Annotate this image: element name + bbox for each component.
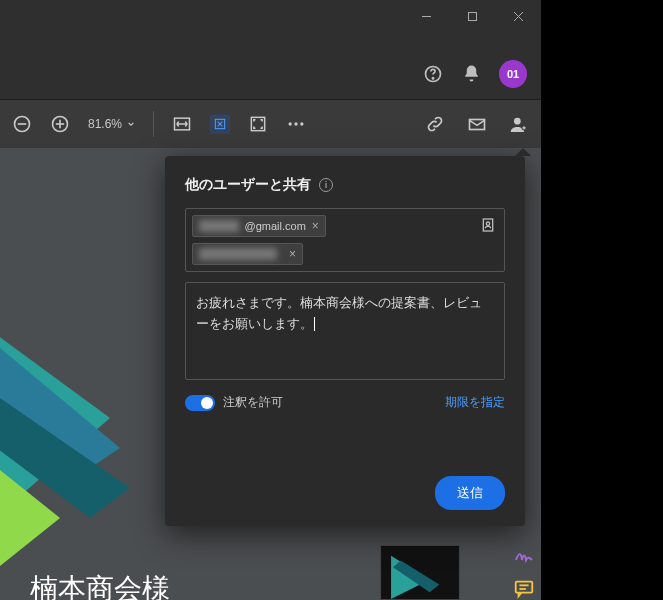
add-person-icon[interactable] <box>509 114 529 134</box>
svg-point-15 <box>294 122 297 125</box>
chevron-down-icon <box>127 120 135 128</box>
window-controls <box>403 0 541 32</box>
svg-rect-29 <box>516 582 533 593</box>
zoom-in-icon[interactable] <box>50 114 70 134</box>
recipients-field[interactable]: xxxxx @gmail.com × xxxxxxxxxxxx × <box>185 208 505 272</box>
allow-comments-toggle-wrap: 注釈を許可 <box>185 394 283 411</box>
set-deadline-link[interactable]: 期限を指定 <box>445 394 505 411</box>
toolbar: 81.6% <box>0 100 541 148</box>
fit-page-icon[interactable] <box>210 114 230 134</box>
titlebar <box>0 0 541 48</box>
signature-icon[interactable] <box>510 540 538 568</box>
comment-icon[interactable] <box>510 575 538 600</box>
zoom-level-value: 81.6% <box>88 117 122 131</box>
app-window: 01 81.6% <box>0 0 541 600</box>
message-text: お疲れさまです。楠本商会様への提案書、レビューをお願いします。 <box>196 295 482 331</box>
address-book-icon[interactable] <box>478 215 498 235</box>
fit-width-icon[interactable] <box>172 114 192 134</box>
text-cursor <box>314 317 315 331</box>
app-header: 01 <box>0 48 541 100</box>
bell-icon[interactable] <box>461 64 481 84</box>
recipient-redacted: xxxxxxxxxxxx <box>199 248 277 260</box>
close-button[interactable] <box>495 0 541 32</box>
popover-arrow <box>515 148 531 156</box>
help-icon[interactable] <box>423 64 443 84</box>
minimize-button[interactable] <box>403 0 449 32</box>
info-icon[interactable]: i <box>319 178 333 192</box>
recipient-suffix: @gmail.com <box>245 220 306 232</box>
document-heading: 楠本商会様 <box>30 570 170 600</box>
allow-comments-label: 注釈を許可 <box>223 394 283 411</box>
allow-comments-toggle[interactable] <box>185 395 215 411</box>
svg-point-14 <box>289 122 292 125</box>
message-textarea[interactable]: お疲れさまです。楠本商会様への提案書、レビューをお願いします。 <box>185 282 505 380</box>
send-button[interactable]: 送信 <box>435 476 505 510</box>
svg-point-18 <box>514 117 521 124</box>
svg-point-16 <box>300 122 303 125</box>
svg-rect-1 <box>468 12 476 20</box>
fullscreen-icon[interactable] <box>248 114 268 134</box>
recipient-chip[interactable]: xxxxx @gmail.com × <box>192 215 326 237</box>
svg-point-25 <box>486 222 489 225</box>
share-link-icon[interactable] <box>425 114 445 134</box>
divider <box>153 111 154 137</box>
share-title-row: 他のユーザーと共有 i <box>185 176 505 194</box>
share-popover: 他のユーザーと共有 i xxxxx @gmail.com × xxxxxxxxx… <box>165 156 525 526</box>
maximize-button[interactable] <box>449 0 495 32</box>
remove-recipient-icon[interactable]: × <box>289 247 296 261</box>
send-row: 送信 <box>185 456 505 510</box>
zoom-level-dropdown[interactable]: 81.6% <box>88 117 135 131</box>
recipient-chip[interactable]: xxxxxxxxxxxx × <box>192 243 303 265</box>
more-icon[interactable] <box>286 114 306 134</box>
page-artwork <box>0 308 180 600</box>
remove-recipient-icon[interactable]: × <box>312 219 319 233</box>
email-icon[interactable] <box>467 114 487 134</box>
recipient-redacted: xxxxx <box>199 220 239 232</box>
share-title: 他のユーザーと共有 <box>185 176 311 194</box>
page-thumbnail[interactable] <box>380 545 460 600</box>
avatar[interactable]: 01 <box>499 60 527 88</box>
share-options-row: 注釈を許可 期限を指定 <box>185 394 505 411</box>
svg-point-5 <box>432 77 433 78</box>
zoom-out-icon[interactable] <box>12 114 32 134</box>
